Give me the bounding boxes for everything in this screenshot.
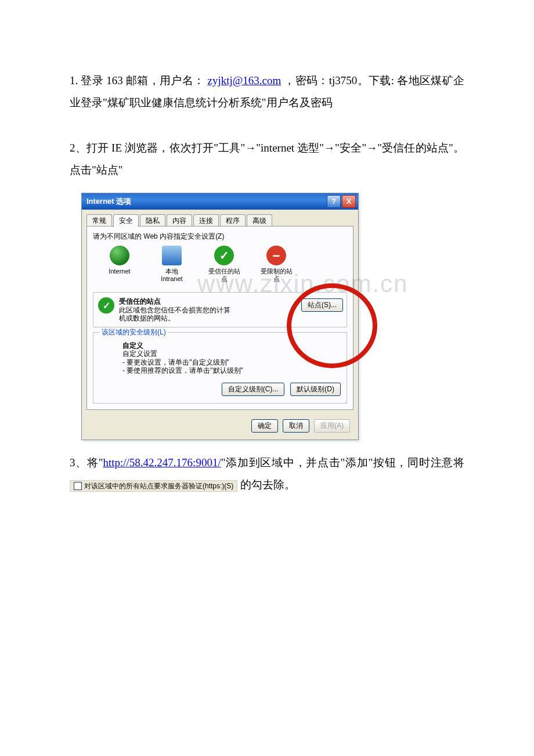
close-button[interactable]: X [342, 195, 356, 208]
dialog-title: Internet 选项 [86, 197, 131, 206]
https-verify-checkbox[interactable]: 对该区域中的所有站点要求服务器验证(https:)(S) [70, 480, 237, 492]
internet-options-dialog: Internet 选项 ? X 常规 安全 隐私 内容 连接 程序 高级 请为不… [81, 193, 359, 440]
custom-level-button[interactable]: 自定义级别(C)... [222, 383, 285, 396]
checkbox-icon [74, 482, 82, 490]
ok-button[interactable]: 确定 [251, 419, 278, 433]
tab-programs[interactable]: 程序 [220, 214, 246, 226]
dialog-screenshot: www.zixin.com.cn Internet 选项 ? X 常规 安全 隐… [81, 193, 358, 440]
trusted-zone-description: ✓ 受信任的站点 此区域包含您信任不会损害您的计算机或数据的网站。 站点(S).… [93, 292, 347, 327]
cancel-button[interactable]: 取消 [283, 419, 309, 433]
zone-intranet[interactable]: 本地 Intranet [154, 246, 189, 283]
apply-button[interactable]: 应用(A) [314, 419, 350, 433]
zone-internet[interactable]: Internet [102, 246, 137, 283]
level-legend: 该区域的安全级别(L) [99, 328, 168, 336]
intranet-icon [162, 246, 182, 265]
tab-connections[interactable]: 连接 [193, 214, 219, 226]
tab-advanced[interactable]: 高级 [247, 214, 272, 226]
tab-privacy[interactable]: 隐私 [140, 214, 165, 226]
minus-icon: – [266, 246, 286, 265]
trusted-title: 受信任的站点 [119, 297, 235, 305]
default-level-button[interactable]: 默认级别(D) [290, 383, 341, 396]
step-3-suffix: 的勾去除。 [240, 478, 295, 491]
check-icon: ✓ [214, 246, 234, 265]
security-level-group: 该区域的安全级别(L) 自定义 自定义设置 - 要更改设置，请单击"自定义级别"… [93, 332, 347, 404]
tab-strip: 常规 安全 隐私 内容 连接 程序 高级 [82, 210, 358, 226]
email-link[interactable]: zyjktj@163.com [207, 74, 281, 87]
sites-button[interactable]: 站点(S)... [301, 298, 343, 312]
step-3-paragraph: 3、将"http://58.42.247.176:9001/"添加到区域中，并点… [70, 452, 464, 496]
zone-trusted[interactable]: ✓ 受信任的站 点 [207, 246, 241, 283]
zone-list: Internet 本地 Intranet ✓ 受信任的站 点 – 受限制的站 点 [102, 246, 347, 283]
check-icon: ✓ [98, 297, 114, 314]
step-1-paragraph: 1. 登录 163 邮箱，用户名： zyjktj@163.com ，密码：tj3… [70, 70, 464, 114]
help-button[interactable]: ? [327, 195, 341, 208]
step-1-prefix: 1. 登录 163 邮箱，用户名： [70, 74, 204, 87]
step-2-paragraph: 2、打开 IE 浏览器，依次打开"工具"→"internet 选型"→"安全"→… [70, 137, 464, 181]
tab-general[interactable]: 常规 [86, 214, 112, 226]
custom-title: 自定义 [122, 341, 341, 350]
tab-content[interactable]: 内容 [167, 214, 192, 226]
security-tab-panel: 请为不同区域的 Web 内容指定安全设置(Z) Internet 本地 Intr… [86, 226, 353, 410]
zone-instruction: 请为不同区域的 Web 内容指定安全设置(Z) [93, 232, 347, 240]
step-3-mid: "添加到区域中，并点击"添加"按钮，同时注意将 [221, 456, 464, 469]
custom-desc: 自定义设置 - 要更改设置，请单击"自定义级别" - 要使用推荐的设置，请单击"… [122, 350, 341, 375]
document-page: 1. 登录 163 邮箱，用户名： zyjktj@163.com ，密码：tj3… [0, 0, 534, 756]
step-3-prefix: 3、将" [70, 456, 103, 469]
tab-security[interactable]: 安全 [113, 214, 139, 227]
zone-restricted[interactable]: – 受限制的站 点 [259, 246, 294, 283]
dialog-footer: 确定 取消 应用(A) [82, 415, 358, 440]
globe-icon [110, 246, 129, 265]
dialog-titlebar: Internet 选项 ? X [82, 193, 358, 210]
url-link[interactable]: http://58.42.247.176:9001/ [103, 456, 221, 469]
trusted-desc: 此区域包含您信任不会损害您的计算机或数据的网站。 [119, 306, 235, 323]
step-2-text: 2、打开 IE 浏览器，依次打开"工具"→"internet 选型"→"安全"→… [70, 142, 464, 176]
checkbox-label: 对该区域中的所有站点要求服务器验证(https:)(S) [84, 482, 233, 490]
